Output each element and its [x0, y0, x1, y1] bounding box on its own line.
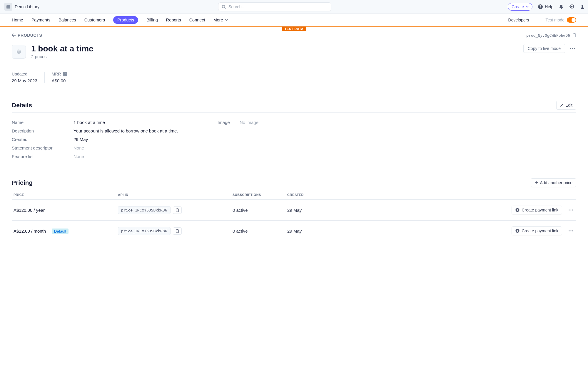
dots-horizontal-icon — [570, 48, 575, 49]
main-content: PRODUCTS prod_NyvOgCWEPphwQ6 1 book at a… — [0, 27, 588, 265]
nav-more[interactable]: More — [213, 16, 228, 23]
create-payment-link-button[interactable]: Create payment link — [512, 226, 562, 235]
meta-updated-label: Updated — [12, 72, 37, 76]
nav-more-label: More — [213, 18, 223, 22]
detail-row-feature: Feature list None — [12, 152, 206, 161]
product-id-wrap: prod_NyvOgCWEPphwQ6 — [526, 33, 576, 38]
pricing-row[interactable]: A$12.00 / month Default price_1NCxY5JSBx… — [12, 221, 576, 241]
page-subtitle: 2 prices — [31, 54, 93, 59]
copy-api-id-button[interactable] — [173, 206, 182, 214]
nav-payments[interactable]: Payments — [31, 16, 50, 23]
svg-line-1 — [225, 7, 226, 9]
edit-details-button[interactable]: Edit — [556, 101, 576, 110]
pricing-table-header: PRICE API ID SUBSCRIPTIONS CREATED — [12, 190, 576, 200]
meta-updated-value: 29 May 2023 — [12, 78, 37, 83]
svg-point-21 — [570, 230, 572, 231]
pricing-row[interactable]: A$120.00 / year price_1NCxY5JSBxbR36 0 a… — [12, 200, 576, 221]
api-id-pill: price_1NCxY5JSBxbR36 — [118, 206, 171, 214]
svg-rect-7 — [574, 33, 575, 34]
title-actions: Copy to live mode — [523, 44, 576, 53]
nav-home[interactable]: Home — [12, 16, 23, 23]
default-badge: Default — [52, 229, 69, 234]
divider — [12, 112, 576, 113]
more-actions-button[interactable] — [569, 47, 576, 50]
help-label: Help — [545, 4, 553, 9]
detail-value: Your account is allowed to borrow one bo… — [74, 128, 178, 133]
detail-value: None — [74, 145, 84, 150]
create-payment-link-button[interactable]: Create payment link — [512, 206, 562, 214]
notifications-button[interactable] — [559, 4, 564, 9]
created-text: 29 May — [287, 229, 302, 234]
title-left: 1 book at a time 2 prices — [12, 44, 93, 59]
topbar-actions: Create ? Help — [508, 3, 585, 11]
svg-point-10 — [574, 48, 575, 49]
navbar-inner: Home Payments Balances Customers Product… — [12, 16, 576, 24]
row-more-button[interactable] — [567, 229, 574, 233]
title-row: 1 book at a time 2 prices Copy to live m… — [12, 44, 576, 59]
nav-customers[interactable]: Customers — [84, 16, 105, 23]
nav-products[interactable]: Products — [113, 16, 138, 24]
breadcrumb[interactable]: PRODUCTS — [12, 33, 42, 38]
detail-value: 29 May — [74, 137, 88, 142]
svg-rect-17 — [176, 229, 178, 232]
add-price-button[interactable]: Add another price — [531, 178, 576, 187]
meta-mrr-label: MRR — [52, 72, 61, 76]
copy-api-id-button[interactable] — [173, 227, 182, 235]
settings-button[interactable] — [569, 4, 574, 9]
test-mode-label: Test mode — [545, 18, 564, 22]
created-text: 29 May — [287, 208, 302, 213]
profile-button[interactable] — [580, 4, 585, 9]
edit-label: Edit — [565, 103, 572, 108]
detail-label: Image — [218, 120, 240, 125]
search-icon — [222, 5, 226, 9]
svg-rect-18 — [176, 229, 178, 230]
col-subs-header: SUBSCRIPTIONS — [233, 193, 287, 196]
svg-point-16 — [572, 209, 573, 211]
box-icon — [16, 48, 22, 55]
copy-to-live-button[interactable]: Copy to live mode — [523, 44, 565, 53]
create-payment-link-label: Create payment link — [522, 229, 558, 233]
detail-value: No image — [240, 120, 258, 125]
search-input[interactable] — [218, 2, 331, 11]
svg-point-14 — [569, 209, 570, 211]
help-button[interactable]: ? Help — [538, 4, 553, 9]
svg-text:?: ? — [539, 5, 542, 9]
detail-label: Created — [12, 137, 74, 142]
detail-value: None — [74, 154, 84, 159]
api-id-pill: price_1NCxY5JSBxbR36 — [118, 227, 171, 235]
plus-circle-icon — [515, 229, 519, 233]
dots-horizontal-icon — [569, 230, 573, 231]
nav-connect[interactable]: Connect — [189, 16, 205, 23]
detail-label: Feature list — [12, 154, 74, 159]
subscriptions-text: 0 active — [233, 208, 248, 213]
create-button[interactable]: Create — [508, 3, 532, 11]
test-mode-toggle[interactable] — [567, 17, 576, 23]
clipboard-icon — [572, 33, 576, 37]
bell-icon — [559, 4, 564, 9]
details-title: Details — [12, 102, 32, 109]
details-col-right: Image No image — [218, 118, 576, 161]
col-api-header: API ID — [118, 193, 233, 196]
copy-product-id-button[interactable] — [572, 33, 576, 37]
row-more-button[interactable] — [567, 208, 574, 212]
nav-reports[interactable]: Reports — [166, 16, 181, 23]
api-id-wrap: price_1NCxY5JSBxbR36 — [118, 227, 233, 235]
brand-name: Demo Library — [15, 4, 39, 9]
pricing-header: Pricing Add another price — [12, 178, 576, 187]
svg-rect-6 — [573, 34, 576, 37]
api-id-wrap: price_1NCxY5JSBxbR36 — [118, 206, 233, 214]
col-created-header: CREATED — [287, 193, 310, 196]
nav-developers[interactable]: Developers — [508, 18, 529, 22]
svg-point-4 — [571, 6, 572, 7]
nav-billing[interactable]: Billing — [146, 16, 158, 23]
nav-balances[interactable]: Balances — [59, 16, 76, 23]
create-button-label: Create — [512, 4, 524, 9]
test-data-badge: TEST DATA — [282, 26, 306, 31]
svg-rect-12 — [176, 208, 178, 209]
details-col-left: Name 1 book at a time Description Your a… — [12, 118, 206, 161]
detail-row-name: Name 1 book at a time — [12, 118, 206, 127]
brand[interactable]: Demo Library — [2, 2, 42, 12]
price-text: A$12.00 / month — [14, 229, 46, 234]
arrow-left-icon — [12, 33, 16, 37]
info-icon[interactable]: i — [63, 72, 67, 76]
